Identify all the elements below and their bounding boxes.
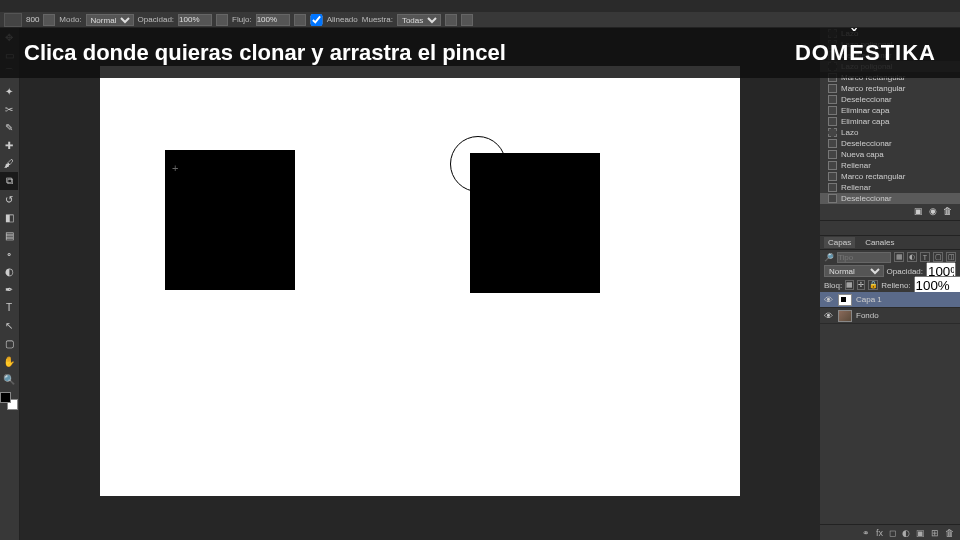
pen-tool[interactable]: ✒ xyxy=(0,280,18,298)
history-item[interactable]: Eliminar capa xyxy=(820,116,960,127)
tab-channels[interactable]: Canales xyxy=(861,237,898,248)
history-label: Rellenar xyxy=(841,161,871,170)
filter-shape-icon[interactable]: ▢ xyxy=(933,252,943,262)
aligned-label: Alineado xyxy=(327,15,358,24)
layer-opacity-label: Opacidad: xyxy=(887,267,923,276)
history-item[interactable]: Marco rectangular xyxy=(820,83,960,94)
group-layers-icon[interactable]: ▣ xyxy=(916,528,925,538)
history-item[interactable]: Rellenar xyxy=(820,160,960,171)
history-state-icon xyxy=(828,150,837,159)
crop-tool[interactable]: ✂ xyxy=(0,100,18,118)
layers-panel: Capas Canales 🔎 ▦ ◐ T ▢ ◫ Normal Opacida… xyxy=(820,235,960,540)
history-state-icon xyxy=(828,117,837,126)
filter-type-icon[interactable]: T xyxy=(920,252,930,262)
opacity-input[interactable] xyxy=(178,14,212,26)
menu-bar xyxy=(0,0,960,12)
visibility-icon[interactable]: 👁 xyxy=(824,295,834,305)
history-item[interactable]: Nueva capa xyxy=(820,149,960,160)
layer-mask-icon[interactable]: ◻ xyxy=(889,528,896,538)
black-square-source xyxy=(165,150,295,290)
filter-type-input[interactable] xyxy=(837,252,891,263)
visibility-icon[interactable]: 👁 xyxy=(824,311,834,321)
blur-tool[interactable]: ∘ xyxy=(0,244,18,262)
instruction-overlay: Clica donde quieras clonar y arrastra el… xyxy=(0,28,960,78)
lock-pixels-icon[interactable]: ▦ xyxy=(845,280,854,290)
brush-cursor xyxy=(450,136,506,192)
history-item[interactable]: Deseleccionar xyxy=(820,94,960,105)
history-state-icon xyxy=(828,194,837,203)
brush-preset[interactable] xyxy=(4,13,22,27)
ignore-adj-icon[interactable] xyxy=(445,14,457,26)
filter-adj-icon[interactable]: ◐ xyxy=(907,252,917,262)
history-trash-icon[interactable]: 🗑 xyxy=(943,206,952,216)
layer-name: Capa 1 xyxy=(856,295,882,304)
adjustment-layer-icon[interactable]: ◐ xyxy=(902,528,910,538)
filter-pixel-icon[interactable]: ▦ xyxy=(894,252,904,262)
history-item[interactable]: Rellenar xyxy=(820,182,960,193)
flow-input[interactable] xyxy=(256,14,290,26)
airbrush-icon[interactable] xyxy=(294,14,306,26)
history-label: Deseleccionar xyxy=(841,95,892,104)
lock-all-icon[interactable]: 🔒 xyxy=(868,280,878,290)
gradient-tool[interactable]: ▤ xyxy=(0,226,18,244)
sample-label: Muestra: xyxy=(362,15,393,24)
history-label: Rellenar xyxy=(841,183,871,192)
history-camera-icon[interactable]: ◉ xyxy=(929,206,937,216)
history-label: Deseleccionar xyxy=(841,194,892,203)
blend-mode-select[interactable]: Normal xyxy=(824,265,884,277)
wand-tool[interactable]: ✦ xyxy=(0,82,18,100)
history-state-icon xyxy=(828,106,837,115)
opacity-label: Opacidad: xyxy=(138,15,174,24)
eyedropper-tool[interactable]: ✎ xyxy=(0,118,18,136)
history-item[interactable]: Deseleccionar xyxy=(820,193,960,204)
layer-row[interactable]: 👁Capa 1 xyxy=(820,292,960,308)
dodge-tool[interactable]: ◐ xyxy=(0,262,18,280)
sample-select[interactable]: Todas xyxy=(397,14,441,26)
history-state-icon xyxy=(828,128,837,137)
type-tool[interactable]: T xyxy=(0,298,18,316)
heal-tool[interactable]: ✚ xyxy=(0,136,18,154)
brush-tool[interactable]: 🖌 xyxy=(0,154,18,172)
layer-row[interactable]: 👁Fondo xyxy=(820,308,960,324)
lock-label: Bloq: xyxy=(824,281,842,290)
layer-thumbnail xyxy=(838,294,852,306)
history-state-icon xyxy=(828,183,837,192)
path-tool[interactable]: ↖ xyxy=(0,316,18,334)
clone-stamp-tool[interactable]: ⧉ xyxy=(0,172,18,190)
fill-label: Relleno: xyxy=(881,281,910,290)
pressure-opacity-icon[interactable] xyxy=(216,14,228,26)
right-panels: LazoLazo poligonalDeseleccionarLazo poli… xyxy=(820,28,960,540)
eraser-tool[interactable]: ◧ xyxy=(0,208,18,226)
history-item[interactable]: Marco rectangular xyxy=(820,171,960,182)
filter-search-icon[interactable]: 🔎 xyxy=(824,253,834,262)
history-item[interactable]: Deseleccionar xyxy=(820,138,960,149)
flow-label: Flujo: xyxy=(232,15,252,24)
color-swatches[interactable] xyxy=(0,392,18,410)
history-state-icon xyxy=(828,95,837,104)
shape-tool[interactable]: ▢ xyxy=(0,334,18,352)
link-layers-icon[interactable]: ⚭ xyxy=(862,528,870,538)
instruction-text: Clica donde quieras clonar y arrastra el… xyxy=(24,40,506,66)
lock-position-icon[interactable]: ✢ xyxy=(857,280,865,290)
mode-select[interactable]: Normal xyxy=(86,14,134,26)
history-item[interactable]: Eliminar capa xyxy=(820,105,960,116)
history-brush-tool[interactable]: ↺ xyxy=(0,190,18,208)
delete-layer-icon[interactable]: 🗑 xyxy=(945,528,954,538)
new-layer-icon[interactable]: ⊞ xyxy=(931,528,939,538)
history-item[interactable]: Lazo xyxy=(820,127,960,138)
history-state-icon xyxy=(828,172,837,181)
history-state-icon xyxy=(828,84,837,93)
tab-layers[interactable]: Capas xyxy=(824,237,855,248)
history-label: Nueva capa xyxy=(841,150,884,159)
canvas[interactable]: + xyxy=(100,66,740,496)
pressure-size-icon[interactable] xyxy=(461,14,473,26)
zoom-tool[interactable]: 🔍 xyxy=(0,370,18,388)
filter-smart-icon[interactable]: ◫ xyxy=(946,252,956,262)
layer-fx-icon[interactable]: fx xyxy=(876,528,883,538)
aligned-checkbox[interactable] xyxy=(310,14,323,26)
hand-tool[interactable]: ✋ xyxy=(0,352,18,370)
brush-panel-icon[interactable] xyxy=(43,14,55,26)
history-new-snapshot-icon[interactable]: ▣ xyxy=(914,206,923,216)
document-area: + xyxy=(20,28,820,540)
domestika-logo: DOMESTIKA xyxy=(795,40,936,66)
